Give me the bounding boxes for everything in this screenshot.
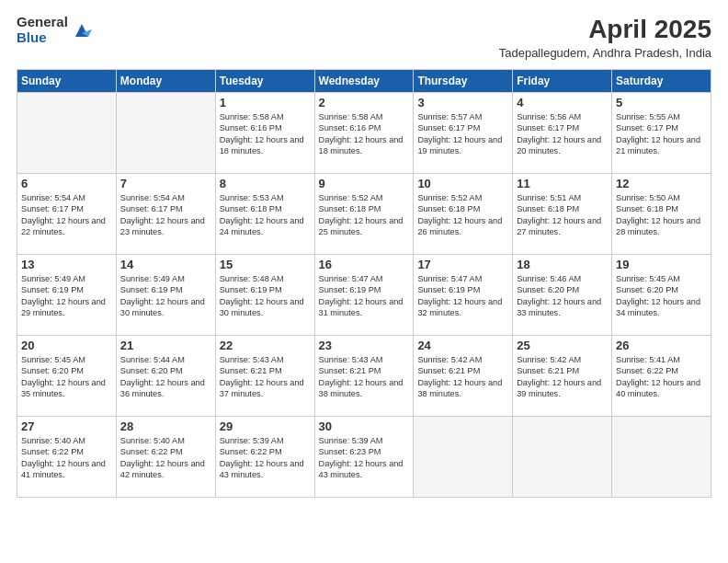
day-info: Sunrise: 5:56 AM Sunset: 6:17 PM Dayligh…	[517, 111, 608, 157]
day-info: Sunrise: 5:39 AM Sunset: 6:22 PM Dayligh…	[220, 435, 311, 481]
calendar-cell: 28Sunrise: 5:40 AM Sunset: 6:22 PM Dayli…	[116, 417, 215, 498]
calendar-cell: 23Sunrise: 5:43 AM Sunset: 6:21 PM Dayli…	[314, 336, 414, 417]
week-row-0: 1Sunrise: 5:58 AM Sunset: 6:16 PM Daylig…	[17, 93, 711, 174]
day-info: Sunrise: 5:47 AM Sunset: 6:19 PM Dayligh…	[319, 273, 410, 319]
calendar-cell	[17, 93, 117, 174]
day-number: 19	[616, 258, 707, 271]
day-number: 26	[616, 339, 707, 352]
calendar-cell: 10Sunrise: 5:52 AM Sunset: 6:18 PM Dayli…	[414, 174, 513, 255]
calendar-cell	[612, 417, 711, 498]
day-info: Sunrise: 5:58 AM Sunset: 6:16 PM Dayligh…	[220, 111, 311, 157]
calendar-cell: 13Sunrise: 5:49 AM Sunset: 6:19 PM Dayli…	[17, 255, 117, 336]
week-row-4: 27Sunrise: 5:40 AM Sunset: 6:22 PM Dayli…	[17, 417, 711, 498]
calendar-cell: 7Sunrise: 5:54 AM Sunset: 6:17 PM Daylig…	[116, 174, 215, 255]
day-number: 18	[517, 258, 608, 271]
day-number: 28	[120, 419, 211, 433]
day-info: Sunrise: 5:54 AM Sunset: 6:17 PM Dayligh…	[120, 192, 211, 238]
logo-text: General Blue	[17, 15, 68, 45]
day-number: 5	[616, 96, 707, 109]
day-number: 15	[220, 258, 311, 271]
title-block: April 2025 Tadepallegudem, Andhra Prades…	[499, 15, 711, 60]
day-info: Sunrise: 5:49 AM Sunset: 6:19 PM Dayligh…	[21, 273, 112, 319]
calendar-cell: 9Sunrise: 5:52 AM Sunset: 6:18 PM Daylig…	[314, 174, 414, 255]
day-number: 7	[120, 177, 211, 190]
day-info: Sunrise: 5:42 AM Sunset: 6:21 PM Dayligh…	[517, 354, 608, 400]
day-number: 12	[616, 177, 707, 190]
day-info: Sunrise: 5:43 AM Sunset: 6:21 PM Dayligh…	[319, 354, 410, 400]
logo-general: General	[17, 15, 68, 30]
day-info: Sunrise: 5:55 AM Sunset: 6:17 PM Dayligh…	[616, 111, 707, 157]
day-info: Sunrise: 5:58 AM Sunset: 6:16 PM Dayligh…	[319, 111, 410, 157]
day-number: 10	[417, 177, 508, 190]
week-row-1: 6Sunrise: 5:54 AM Sunset: 6:17 PM Daylig…	[17, 174, 711, 255]
calendar-cell: 25Sunrise: 5:42 AM Sunset: 6:21 PM Dayli…	[513, 336, 612, 417]
calendar-cell: 5Sunrise: 5:55 AM Sunset: 6:17 PM Daylig…	[612, 93, 711, 174]
day-number: 21	[120, 339, 211, 352]
day-number: 14	[120, 258, 211, 271]
day-info: Sunrise: 5:44 AM Sunset: 6:20 PM Dayligh…	[120, 354, 211, 400]
week-row-2: 13Sunrise: 5:49 AM Sunset: 6:19 PM Dayli…	[17, 255, 711, 336]
day-number: 1	[220, 96, 311, 109]
day-info: Sunrise: 5:47 AM Sunset: 6:19 PM Dayligh…	[417, 273, 508, 319]
day-info: Sunrise: 5:45 AM Sunset: 6:20 PM Dayligh…	[616, 273, 707, 319]
day-number: 6	[21, 177, 112, 190]
day-number: 24	[417, 339, 508, 352]
day-number: 29	[220, 419, 311, 433]
day-info: Sunrise: 5:42 AM Sunset: 6:21 PM Dayligh…	[417, 354, 508, 400]
day-number: 3	[417, 96, 508, 109]
calendar-table: SundayMondayTuesdayWednesdayThursdayFrid…	[17, 69, 711, 498]
col-header-tuesday: Tuesday	[215, 70, 314, 93]
day-number: 17	[417, 258, 508, 271]
calendar-cell	[116, 93, 215, 174]
day-number: 11	[517, 177, 608, 190]
day-number: 2	[319, 96, 410, 109]
day-info: Sunrise: 5:46 AM Sunset: 6:20 PM Dayligh…	[517, 273, 608, 319]
day-info: Sunrise: 5:57 AM Sunset: 6:17 PM Dayligh…	[417, 111, 508, 157]
calendar-cell	[414, 417, 513, 498]
col-header-thursday: Thursday	[414, 70, 513, 93]
day-number: 25	[517, 339, 608, 352]
day-info: Sunrise: 5:53 AM Sunset: 6:18 PM Dayligh…	[220, 192, 311, 238]
col-header-friday: Friday	[513, 70, 612, 93]
calendar-cell	[513, 417, 612, 498]
calendar-cell: 3Sunrise: 5:57 AM Sunset: 6:17 PM Daylig…	[414, 93, 513, 174]
calendar-cell: 14Sunrise: 5:49 AM Sunset: 6:19 PM Dayli…	[116, 255, 215, 336]
day-number: 23	[319, 339, 410, 352]
calendar-cell: 17Sunrise: 5:47 AM Sunset: 6:19 PM Dayli…	[414, 255, 513, 336]
day-number: 22	[220, 339, 311, 352]
day-info: Sunrise: 5:52 AM Sunset: 6:18 PM Dayligh…	[417, 192, 508, 238]
calendar-cell: 20Sunrise: 5:45 AM Sunset: 6:20 PM Dayli…	[17, 336, 117, 417]
day-number: 16	[319, 258, 410, 271]
day-info: Sunrise: 5:48 AM Sunset: 6:19 PM Dayligh…	[220, 273, 311, 319]
day-number: 27	[21, 419, 112, 433]
calendar-cell: 12Sunrise: 5:50 AM Sunset: 6:18 PM Dayli…	[612, 174, 711, 255]
day-number: 9	[319, 177, 410, 190]
calendar-cell: 27Sunrise: 5:40 AM Sunset: 6:22 PM Dayli…	[17, 417, 117, 498]
page: General Blue April 2025 Tadepallegudem, …	[0, 0, 728, 563]
header-row: SundayMondayTuesdayWednesdayThursdayFrid…	[17, 70, 711, 93]
day-info: Sunrise: 5:54 AM Sunset: 6:17 PM Dayligh…	[21, 192, 112, 238]
day-info: Sunrise: 5:50 AM Sunset: 6:18 PM Dayligh…	[616, 192, 707, 238]
day-number: 4	[517, 96, 608, 109]
col-header-saturday: Saturday	[612, 70, 711, 93]
calendar-cell: 4Sunrise: 5:56 AM Sunset: 6:17 PM Daylig…	[513, 93, 612, 174]
day-number: 13	[21, 258, 112, 271]
week-row-3: 20Sunrise: 5:45 AM Sunset: 6:20 PM Dayli…	[17, 336, 711, 417]
calendar-cell: 18Sunrise: 5:46 AM Sunset: 6:20 PM Dayli…	[513, 255, 612, 336]
day-info: Sunrise: 5:40 AM Sunset: 6:22 PM Dayligh…	[120, 435, 211, 481]
day-info: Sunrise: 5:49 AM Sunset: 6:19 PM Dayligh…	[120, 273, 211, 319]
calendar-cell: 21Sunrise: 5:44 AM Sunset: 6:20 PM Dayli…	[116, 336, 215, 417]
calendar-title: April 2025	[499, 15, 711, 44]
col-header-wednesday: Wednesday	[314, 70, 414, 93]
day-info: Sunrise: 5:40 AM Sunset: 6:22 PM Dayligh…	[21, 435, 112, 481]
calendar-cell: 1Sunrise: 5:58 AM Sunset: 6:16 PM Daylig…	[215, 93, 314, 174]
logo-blue: Blue	[17, 30, 68, 46]
day-number: 20	[21, 339, 112, 352]
day-info: Sunrise: 5:39 AM Sunset: 6:23 PM Dayligh…	[319, 435, 410, 481]
calendar-cell: 8Sunrise: 5:53 AM Sunset: 6:18 PM Daylig…	[215, 174, 314, 255]
day-info: Sunrise: 5:45 AM Sunset: 6:20 PM Dayligh…	[21, 354, 112, 400]
day-info: Sunrise: 5:51 AM Sunset: 6:18 PM Dayligh…	[517, 192, 608, 238]
calendar-cell: 24Sunrise: 5:42 AM Sunset: 6:21 PM Dayli…	[414, 336, 513, 417]
calendar-cell: 26Sunrise: 5:41 AM Sunset: 6:22 PM Dayli…	[612, 336, 711, 417]
calendar-subtitle: Tadepallegudem, Andhra Pradesh, India	[499, 46, 711, 60]
